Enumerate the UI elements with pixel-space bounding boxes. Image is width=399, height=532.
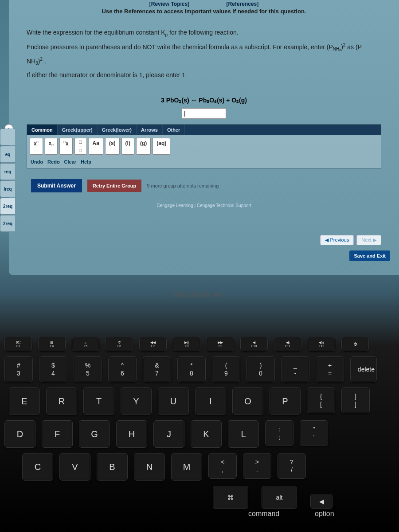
editor-tabs: Common Greek(upper) Greek(lower) Arrows … <box>27 125 381 135</box>
subscript-button[interactable]: x□ <box>45 138 58 155</box>
option-key-label: option <box>315 510 334 518</box>
sidebar-tab[interactable]: 2req <box>0 198 15 215</box>
sidebar-tab[interactable] <box>0 129 15 145</box>
function-key: ▶▶F9 <box>207 337 234 351</box>
tab-common[interactable]: Common <box>27 125 58 135</box>
bracket-key: {[ <box>307 387 335 413</box>
letter-key: H <box>116 420 147 448</box>
number-key: ^6 <box>108 356 137 382</box>
retry-group-button[interactable]: Retry Entire Group <box>87 180 141 192</box>
punct-key: <, <box>208 453 237 479</box>
number-key: #3 <box>4 356 33 382</box>
function-key: ◀◀F7 <box>139 337 167 351</box>
case-button[interactable]: Aa <box>89 138 103 155</box>
delete-key: delete <box>350 356 377 382</box>
sidebar-tabs: eq req Ireq 2req 2req <box>0 129 15 232</box>
letter-key: G <box>79 420 110 448</box>
function-key: ✲F6 <box>106 337 133 351</box>
answer-input[interactable] <box>182 108 226 119</box>
number-key: _- <box>281 356 309 382</box>
tab-other[interactable]: Other <box>163 125 185 135</box>
letter-key: Y <box>121 387 152 415</box>
alt-key: alt <box>262 486 297 509</box>
letter-key: O <box>232 387 263 415</box>
help-button[interactable]: Help <box>81 159 91 164</box>
superscript-button[interactable]: x□ <box>30 138 43 155</box>
references-link[interactable]: [References] <box>227 1 259 7</box>
previous-button[interactable]: ◀ Previous <box>320 235 354 245</box>
letter-key: V <box>59 453 90 481</box>
question-window: [Review Topics] [References] Use the Ref… <box>9 0 399 275</box>
tab-arrows[interactable]: Arrows <box>137 125 163 135</box>
letter-key: U <box>158 387 189 415</box>
letter-key: J <box>153 420 184 448</box>
tab-greek-lower[interactable]: Greek(lower) <box>98 125 137 135</box>
function-key: ⌘□F3 <box>4 337 32 351</box>
question-text: Write the expression for the equilibrium… <box>9 15 399 88</box>
equation-editor: Common Greek(upper) Greek(lower) Arrows … <box>27 124 381 169</box>
punct-key: ?/ <box>278 453 306 479</box>
clear-button[interactable]: Clear <box>64 159 77 164</box>
sidebar-tab[interactable]: Ireq <box>0 180 15 197</box>
number-key: (9 <box>212 356 240 382</box>
state-aqueous-button[interactable]: (aq) <box>153 138 170 155</box>
footer-links[interactable]: Cengage Learning | Cengage Technical Sup… <box>9 203 399 208</box>
editor-toolbar: x□ x□ □x □─□ Aa (s) (l) (g) (aq) <box>27 135 381 158</box>
sidebar-tab[interactable]: eq <box>0 146 15 163</box>
letter-key: B <box>97 453 128 481</box>
letter-key: F <box>42 420 73 448</box>
submit-answer-button[interactable]: Submit Answer <box>31 179 82 192</box>
function-key: ▶||F8 <box>173 337 200 351</box>
prescript-button[interactable]: □x <box>59 138 73 155</box>
reaction-equation: 3 PbO₂(s) ↔ Pb₃O₄(s) + O₂(g) <box>9 97 399 104</box>
tab-greek-upper[interactable]: Greek(upper) <box>58 125 98 135</box>
number-key: )0 <box>246 356 275 382</box>
punct-key: "' <box>300 420 328 446</box>
physical-keyboard: ⌘□F3▦F4☼F5✲F6◀◀F7▶||F8▶▶F9◀F10◀)F11◀))F1… <box>0 337 399 514</box>
redo-button[interactable]: Redo <box>47 159 60 164</box>
number-key: %5 <box>74 356 102 382</box>
number-key: += <box>316 356 344 382</box>
letter-key: R <box>46 387 77 415</box>
letter-key: E <box>9 387 40 415</box>
sidebar-tab[interactable]: 2req <box>0 215 15 232</box>
review-topics-link[interactable]: [Review Topics] <box>149 1 189 7</box>
number-key: $4 <box>39 356 67 382</box>
punct-key: >. <box>243 453 271 479</box>
top-instruction: Use the References to access important v… <box>9 8 399 15</box>
sidebar-tab[interactable]: req <box>0 163 15 180</box>
letter-key: D <box>4 420 35 448</box>
state-solid-button[interactable]: (s) <box>105 138 120 155</box>
number-key: *8 <box>177 356 206 382</box>
fraction-button[interactable]: □─□ <box>74 138 87 155</box>
command-symbol-key: ⌘ <box>213 486 248 509</box>
nav-buttons: ◀ Previous Next ▶ <box>320 235 381 245</box>
letter-key: K <box>191 420 222 448</box>
command-key-label: command <box>248 510 279 518</box>
function-key: ◀))F12 <box>308 337 335 351</box>
undo-button[interactable]: Undo <box>31 159 43 164</box>
punct-key: :; <box>265 420 293 446</box>
function-key: ▦F4 <box>38 337 66 351</box>
state-liquid-button[interactable]: (l) <box>121 138 134 155</box>
function-key: ☼F5 <box>72 337 99 351</box>
letter-key: N <box>134 453 165 481</box>
letter-key: M <box>171 453 202 481</box>
function-key: ◀F10 <box>240 337 268 351</box>
function-key: ⏻ <box>341 337 369 351</box>
letter-key: I <box>195 387 226 415</box>
attempts-remaining: 9 more group attempts remaining <box>147 183 219 188</box>
arrow-left-key: ◀ <box>310 494 332 509</box>
save-and-exit-button[interactable]: Save and Exit <box>349 250 390 261</box>
function-key: ◀)F11 <box>274 337 301 351</box>
bracket-key: }] <box>341 387 370 413</box>
editor-secondary: Undo Redo Clear Help <box>27 157 381 168</box>
letter-key: T <box>83 387 114 415</box>
letter-key: C <box>22 453 53 481</box>
number-key: &7 <box>143 356 171 382</box>
laptop-model-label: MacBook Air <box>0 290 399 300</box>
letter-key: L <box>228 420 259 448</box>
state-gas-button[interactable]: (g) <box>136 138 151 155</box>
top-links: [Review Topics] [References] <box>9 0 399 7</box>
next-button[interactable]: Next ▶ <box>356 235 381 245</box>
